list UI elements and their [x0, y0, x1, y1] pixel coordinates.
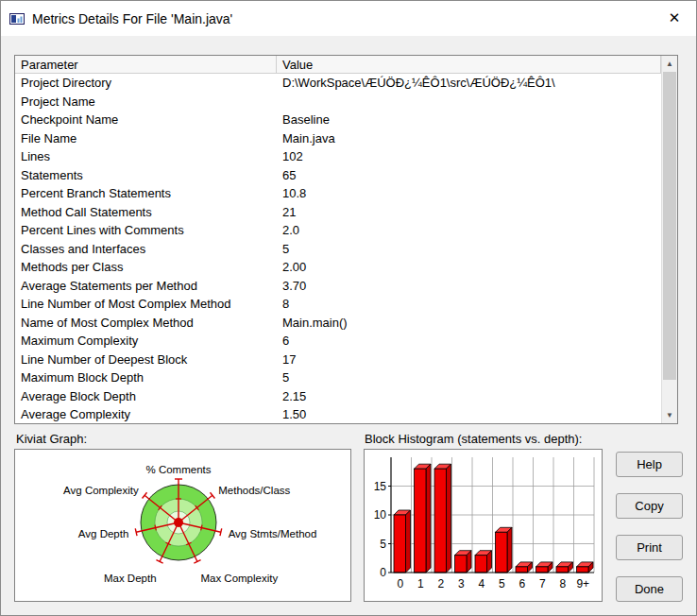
value-cell: 1.50	[277, 405, 661, 423]
parameter-cell: Percent Lines with Comments	[15, 221, 277, 240]
table-row[interactable]: Percent Branch Statements10.8	[15, 184, 661, 203]
parameter-cell: Average Block Depth	[15, 387, 277, 406]
svg-text:0: 0	[380, 566, 386, 579]
table-row[interactable]: Average Complexity1.50	[15, 405, 661, 423]
table-row[interactable]: Maximum Block Depth5	[15, 368, 661, 387]
table-row[interactable]: Average Statements per Method3.70	[15, 277, 661, 296]
kiviat-axis-label: Max Complexity	[200, 573, 278, 584]
value-cell: 21	[277, 203, 661, 222]
parameter-cell: Classes and Interfaces	[15, 240, 277, 259]
table-row[interactable]: Maximum Complexity6	[15, 332, 661, 351]
window-title: Metrics Details For File 'Main.java'	[32, 11, 232, 26]
done-button[interactable]: Done	[616, 576, 683, 602]
value-cell: 102	[277, 147, 661, 166]
table-row[interactable]: Line Number of Most Complex Method8	[15, 295, 661, 314]
histogram-bar	[577, 567, 589, 573]
svg-text:4: 4	[478, 577, 484, 590]
parameter-cell: Method Call Statements	[15, 203, 277, 222]
svg-text:8: 8	[559, 577, 566, 590]
close-icon: ✕	[669, 9, 681, 26]
table-row[interactable]: Project DirectoryD:\WorkSpace\ÆÚÖÐ¿¼ÊÔ1\…	[15, 74, 661, 93]
histogram-bar	[556, 567, 569, 573]
table-row[interactable]: Checkpoint NameBaseline	[15, 111, 661, 129]
histogram-label: Block Histogram (statements vs. depth):	[365, 432, 582, 446]
table-row[interactable]: Average Block Depth2.15	[15, 387, 661, 406]
svg-text:10: 10	[374, 508, 387, 522]
parameter-cell: Project Directory	[15, 74, 277, 93]
parameter-cell: File Name	[15, 129, 277, 148]
parameter-cell: Maximum Block Depth	[15, 368, 277, 387]
parameter-cell: Average Complexity	[15, 405, 277, 423]
table-row[interactable]: Statements65	[15, 166, 661, 185]
scrollbar-thumb[interactable]	[663, 72, 676, 380]
bar-side	[426, 464, 431, 573]
svg-text:2: 2	[437, 577, 444, 590]
column-header-parameter[interactable]: Parameter	[15, 56, 277, 74]
print-button[interactable]: Print	[616, 535, 683, 560]
scroll-down-icon: ▼	[666, 411, 673, 419]
table-row[interactable]: Project Name	[15, 93, 661, 111]
help-button[interactable]: Help	[616, 452, 683, 477]
bar-side	[447, 464, 451, 573]
value-cell: 6	[277, 332, 661, 351]
value-cell: Main.main()	[277, 314, 661, 333]
kiviat-axis-label: Max Depth	[104, 573, 157, 584]
scroll-up-icon: ▲	[666, 60, 673, 68]
parameter-cell: Average Statements per Method	[15, 277, 277, 296]
metrics-table: Parameter Value Project DirectoryD:\Work…	[14, 55, 678, 424]
histogram-bar	[496, 532, 508, 573]
table-row[interactable]: Method Call Statements21	[15, 203, 661, 222]
vertical-scrollbar[interactable]: ▲ ▼	[661, 56, 677, 423]
kiviat-axis-label: Avg Depth	[78, 528, 129, 539]
table-body: Project DirectoryD:\WorkSpace\ÆÚÖÐ¿¼ÊÔ1\…	[15, 74, 677, 423]
value-cell: 2.0	[277, 221, 661, 240]
table-row[interactable]: Percent Lines with Comments2.0	[15, 221, 661, 240]
kiviat-axis-label: % Comments	[145, 464, 211, 475]
column-header-value[interactable]: Value	[277, 56, 661, 74]
parameter-cell: Methods per Class	[15, 258, 277, 277]
copy-button[interactable]: Copy	[616, 493, 683, 519]
button-column: Help Copy Print Done	[616, 452, 683, 602]
histogram-bar	[516, 567, 528, 573]
scroll-down-button[interactable]: ▼	[662, 407, 677, 423]
histogram-bar	[475, 556, 487, 573]
kiviat-graph-label: Kiviat Graph:	[16, 432, 87, 446]
svg-text:1: 1	[417, 577, 424, 590]
svg-text:7: 7	[539, 577, 546, 590]
table-row[interactable]: Classes and Interfaces5	[15, 240, 661, 259]
value-cell: 3.70	[277, 277, 661, 296]
block-histogram-svg: 0510150123456789+	[365, 450, 602, 601]
svg-text:6: 6	[518, 577, 525, 590]
kiviat-axis-label: Avg Complexity	[63, 485, 139, 496]
value-cell: 5	[277, 368, 661, 387]
value-cell: Main.java	[277, 129, 661, 148]
table-row[interactable]: Name of Most Complex MethodMain.main()	[15, 314, 661, 333]
kiviat-axis-label: Methods/Class	[218, 485, 290, 496]
kiviat-graph: % CommentsMethods/ClassAvg Stmts/MethodM…	[14, 449, 351, 602]
table-row[interactable]: Lines102	[15, 147, 661, 166]
parameter-cell: Line Number of Most Complex Method	[15, 295, 277, 314]
parameter-cell: Statements	[15, 166, 277, 185]
scroll-up-button[interactable]: ▲	[662, 56, 677, 72]
kiviat-graph-svg: % CommentsMethods/ClassAvg Stmts/MethodM…	[15, 450, 350, 601]
chart-icon	[9, 11, 25, 26]
close-button[interactable]: ✕	[653, 1, 696, 35]
table-header: Parameter Value	[15, 56, 661, 74]
app-icon	[9, 11, 25, 26]
value-cell: 17	[277, 351, 661, 369]
svg-text:0: 0	[397, 577, 403, 590]
value-cell: 2.15	[277, 387, 661, 406]
table-row[interactable]: Line Number of Deepest Block17	[15, 351, 661, 369]
value-cell	[277, 93, 661, 111]
titlebar: Metrics Details For File 'Main.java' ✕	[1, 1, 696, 36]
parameter-cell: Maximum Complexity	[15, 332, 277, 351]
parameter-cell: Line Number of Deepest Block	[15, 351, 277, 369]
bar-side	[507, 527, 512, 573]
parameter-cell: Checkpoint Name	[15, 111, 277, 129]
svg-text:5: 5	[380, 538, 386, 551]
table-row[interactable]: File NameMain.java	[15, 129, 661, 148]
table-row[interactable]: Methods per Class2.00	[15, 258, 661, 277]
parameter-cell: Percent Branch Statements	[15, 184, 277, 203]
value-cell: 5	[277, 240, 661, 259]
block-histogram: 0510150123456789+	[364, 449, 603, 602]
